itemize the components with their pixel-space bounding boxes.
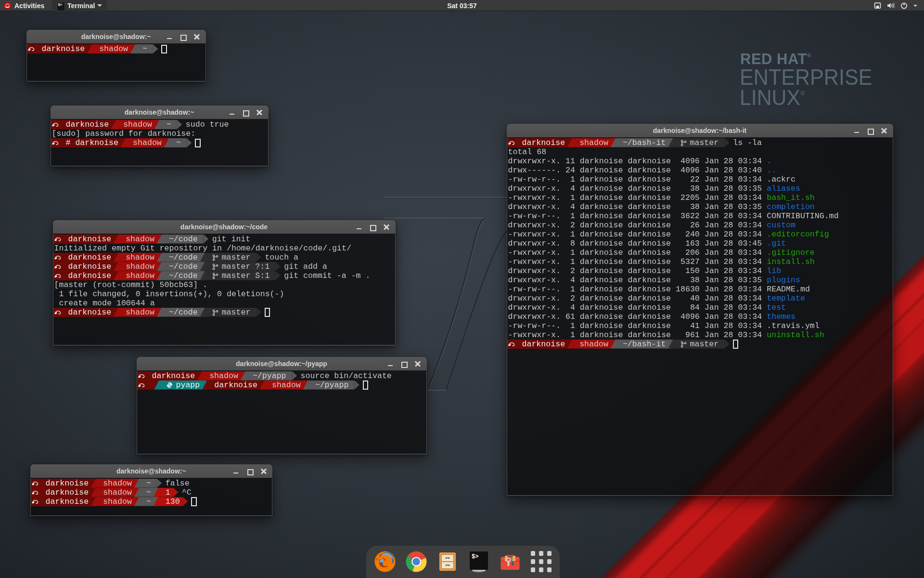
svg-text:$>: $> <box>472 553 478 560</box>
